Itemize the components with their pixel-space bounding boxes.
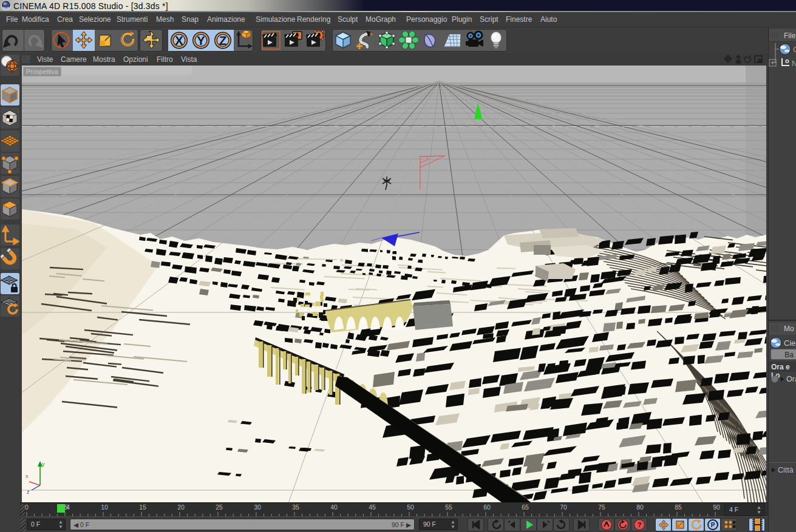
svg-text:o: o bbox=[785, 57, 789, 64]
svg-text:Z: Z bbox=[219, 34, 226, 47]
svg-text:Ciel: Ciel bbox=[784, 338, 796, 348]
svg-text:Y: Y bbox=[197, 34, 205, 47]
svg-text:x: x bbox=[26, 473, 29, 479]
svg-text:P: P bbox=[711, 522, 715, 528]
svg-text:y: y bbox=[42, 461, 45, 467]
svg-text:?: ? bbox=[638, 521, 642, 528]
svg-text:Ci: Ci bbox=[793, 45, 796, 54]
svg-text:N: N bbox=[792, 59, 796, 68]
svg-text:z: z bbox=[27, 489, 30, 495]
svg-text:X: X bbox=[175, 34, 183, 47]
